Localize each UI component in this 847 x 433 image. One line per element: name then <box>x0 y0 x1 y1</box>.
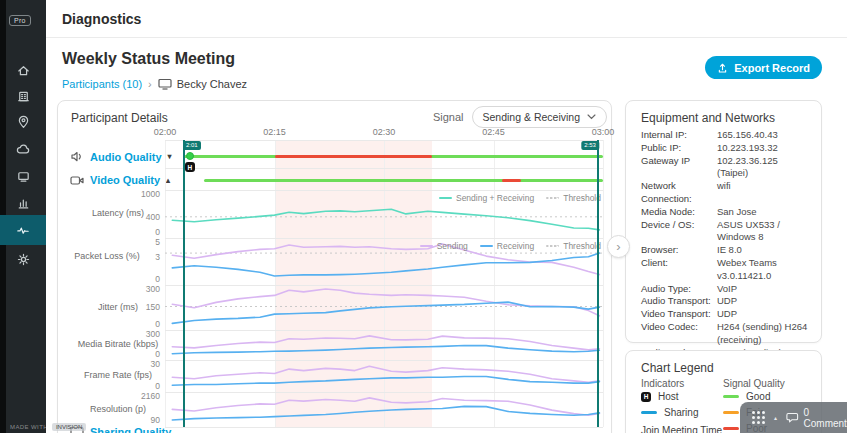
equipment-row: Gateway IP102.23.36.125 (Taipei) <box>641 155 811 181</box>
breadcrumb-participants-link[interactable]: Participants (10) <box>62 78 142 90</box>
comment-bubble-icon <box>786 412 799 424</box>
location-pin-icon <box>16 115 31 130</box>
equipment-row-value: UDP <box>717 308 811 321</box>
chevron-right-icon: › <box>616 239 620 254</box>
sharing-quality-label: Sharing Quality <box>90 426 171 433</box>
made-with-text: MADE WITH <box>10 424 48 430</box>
chevron-down-icon <box>587 114 596 120</box>
equipment-row-value: 165.156.40.43 <box>717 129 811 142</box>
equipment-row: Public IP:10.223.193.32 <box>641 142 811 155</box>
caret-up-icon: ▴ <box>166 176 170 185</box>
equipment-row: Internal IP:165.156.40.43 <box>641 129 811 142</box>
equipment-row-label: Internal IP: <box>641 129 717 142</box>
legend-host-label: Host <box>658 391 679 402</box>
equipment-row: Media Node:San Jose <box>641 206 811 219</box>
chart-legend-title: Chart Legend <box>641 361 714 375</box>
bar-chart-icon <box>16 196 31 211</box>
legend-sharing-item: Sharing <box>641 407 698 418</box>
indicators-header: Indicators <box>641 378 684 389</box>
equipment-row: Client:Webex Teams v3.0.11421.0 <box>641 257 811 283</box>
equipment-row-value: 10.223.193.32 <box>717 142 811 155</box>
grid-menu-button[interactable] <box>752 411 765 424</box>
equipment-row: Video Codec:H264 (sending) H264 (receivi… <box>641 321 811 347</box>
sidebar-item-home[interactable] <box>0 57 46 83</box>
equipment-row-value: VoIP <box>717 283 811 296</box>
sidebar-item-places[interactable] <box>0 109 46 135</box>
page-header-title: Diagnostics <box>62 11 141 27</box>
equipment-row: Audio Transport:UDP <box>641 295 811 308</box>
sidebar-item-analytics[interactable] <box>0 190 46 216</box>
equipment-row: Device / OS:ASUS UX533 / Windows 8 <box>641 219 811 245</box>
breadcrumb-current: Becky Chavez <box>158 78 247 90</box>
equipment-row: Video Transport:UDP <box>641 308 811 321</box>
legend-join-item: Join Meeting Time <box>641 425 722 433</box>
signal-quality-header: Signal Quality <box>723 378 785 389</box>
comments-button[interactable]: 0 Comments <box>786 407 847 429</box>
made-with-watermark: MADE WITH INVISION <box>10 423 86 431</box>
equipment-row: Audio Type:VoIP <box>641 283 811 296</box>
poor-line-icon <box>723 427 739 430</box>
top-bar: Diagnostics <box>46 0 847 38</box>
legend-join-label: Join Meeting Time <box>641 425 722 433</box>
video-quality-toggle[interactable]: Video Quality ▴ <box>70 174 170 186</box>
host-badge-icon: H <box>641 392 651 402</box>
monitor-icon <box>158 78 172 90</box>
equipment-row-label: Video Codec: <box>641 321 717 347</box>
legend-good-item: Good <box>723 391 770 402</box>
legend-host-item: H Host <box>641 391 679 402</box>
speaker-icon <box>70 150 84 163</box>
signal-dropdown[interactable]: Sending & Receiving <box>472 106 607 128</box>
video-quality-label: Video Quality <box>90 174 160 186</box>
export-record-label: Export Record <box>734 62 810 74</box>
pulse-icon <box>15 223 31 238</box>
sidebar: Pro <box>0 0 46 433</box>
gear-icon <box>16 252 31 267</box>
equipment-row-label: Media Node: <box>641 206 717 219</box>
equipment-row-label: Video Transport: <box>641 308 717 321</box>
caret-down-icon: ▾ <box>168 152 172 161</box>
sidebar-item-devices[interactable] <box>0 83 46 109</box>
sidebar-item-cloud-services[interactable] <box>0 136 46 162</box>
cloud-icon <box>15 142 31 157</box>
equipment-row-value: UDP <box>717 295 811 308</box>
equipment-row-value: IE 8.0 <box>717 244 811 257</box>
legend-good-label: Good <box>746 391 770 402</box>
meeting-title: Weekly Status Meeting <box>62 50 235 68</box>
equipment-row-value: San Jose <box>717 206 811 219</box>
participant-name: Becky Chavez <box>177 78 247 90</box>
upload-icon <box>717 62 728 74</box>
sharing-line-icon <box>641 411 657 414</box>
equipment-row-label: Browser: <box>641 244 717 257</box>
audio-quality-toggle[interactable]: Audio Quality ▾ <box>70 150 172 163</box>
comments-count-label: 0 Comments <box>804 407 847 429</box>
invision-logo: INVISION <box>52 423 86 431</box>
equipment-row-label: Client: <box>641 257 717 283</box>
equipment-row-label: Public IP: <box>641 142 717 155</box>
equipment-card: Equipment and Networks Internal IP:165.1… <box>625 100 822 343</box>
breadcrumb-separator: › <box>148 78 152 90</box>
sidebar-item-settings[interactable] <box>0 246 46 272</box>
fair-line-icon <box>723 411 739 414</box>
expand-panel-button[interactable]: › <box>607 235 630 258</box>
equipment-row-label: Device / OS: <box>641 219 717 245</box>
legend-sharing-label: Sharing <box>664 407 698 418</box>
monitor-icon <box>16 169 31 184</box>
sidebar-item-troubleshooting[interactable] <box>0 215 46 245</box>
equipment-row-value: 102.23.36.125 (Taipei) <box>717 155 811 181</box>
pro-badge: Pro <box>9 15 31 26</box>
equipment-row-label: Network Connection: <box>641 180 717 206</box>
breadcrumb: Participants (10) › Becky Chavez <box>62 78 247 90</box>
audio-quality-label: Audio Quality <box>90 151 162 163</box>
equipment-row-label: Audio Type: <box>641 283 717 296</box>
video-camera-icon <box>70 175 84 186</box>
good-line-icon <box>723 395 739 398</box>
equipment-row-label: Audio Transport: <box>641 295 717 308</box>
equipment-title: Equipment and Networks <box>641 111 775 125</box>
diagnostics-page: Pro Diagnostics Weekly Status Meeting <box>0 0 847 433</box>
equipment-row-label: Gateway IP <box>641 155 717 181</box>
export-record-button[interactable]: Export Record <box>705 56 822 79</box>
signal-dropdown-value: Sending & Receiving <box>483 111 580 123</box>
participant-details-title: Participant Details <box>71 111 168 125</box>
sidebar-item-workspaces[interactable] <box>0 163 46 189</box>
prototype-toolbar: ▴ 0 Comments <box>740 402 847 433</box>
